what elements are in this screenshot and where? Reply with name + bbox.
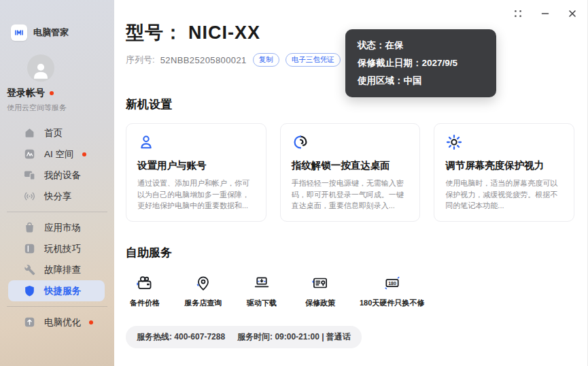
app-name: 电脑管家 <box>33 27 69 39</box>
model-label: 型号： <box>126 22 183 43</box>
sidebar-item-label: AI 空间 <box>44 148 74 161</box>
app-logo: 电脑管家 <box>11 24 114 41</box>
card-title: 设置用户与账号 <box>137 159 255 172</box>
service-hotline-bar: 服务热线: 400-607-7288 服务时间: 09:00-21:00 | 普… <box>126 326 362 348</box>
warranty-policy-icon <box>311 274 329 292</box>
card-fingerprint-unlock[interactable]: 指纹解锁一按直达桌面 手指轻轻一按电源键，无需输入密码，即可开机登录一气呵成。一… <box>280 123 421 222</box>
avatar[interactable] <box>27 54 54 82</box>
section-new-machine-setup: 新机设置 设置用户与账号 通过设置、添加用户和帐户，你可以为自己的电脑增加多一重… <box>126 97 574 222</box>
notification-dot <box>82 152 86 156</box>
copy-button[interactable]: 复制 <box>253 53 279 67</box>
fingerprint-icon <box>292 133 309 151</box>
sidebar-item-label: 首页 <box>44 127 63 139</box>
service-parts-price[interactable]: 备件价格 <box>126 274 164 308</box>
shield-icon <box>23 284 36 297</box>
hotline-value: 400-607-7288 <box>174 332 225 342</box>
close-button[interactable] <box>561 4 584 23</box>
window-controls <box>506 4 584 23</box>
card-title: 指纹解锁一按直达桌面 <box>292 159 409 172</box>
account-login[interactable]: 登录帐号 <box>7 87 114 99</box>
section-self-service: 自助服务 备件价格 <box>126 245 574 308</box>
card-description: 通过设置、添加用户和帐户，你可以为自己的电脑增加多一重保障，更好地保护电脑中的重… <box>137 178 255 212</box>
serial-value: 52NBB25205800021 <box>160 55 247 65</box>
self-service-row: 备件价格 服务店查询 <box>126 274 574 308</box>
service-label: 驱动下载 <box>247 298 277 308</box>
sidebar-item-troubleshoot[interactable]: 故障排查 <box>8 259 105 280</box>
close-icon <box>568 10 576 18</box>
warranty-tooltip: 状态：在保 保修截止日期：2027/9/5 使用区域：中国 <box>345 29 496 97</box>
tooltip-warranty-date-line: 保修截止日期：2027/9/5 <box>358 54 484 72</box>
app-market-icon <box>23 221 36 234</box>
sidebar-item-quick-service[interactable]: 快捷服务 <box>8 280 105 301</box>
card-screen-brightness[interactable]: 调节屏幕亮度保护视力 使用电脑时，适当的屏幕亮度可以保护视力，减缓视觉疲劳。根据… <box>434 123 574 222</box>
hotline-label: 服务热线: <box>137 331 172 343</box>
tooltip-status-line: 状态：在保 <box>358 37 484 54</box>
minimize-button[interactable] <box>534 4 557 23</box>
devices-icon <box>23 169 36 182</box>
ai-space-icon <box>23 148 36 161</box>
sidebar-menu: 首页 AI 空间 我的设备 <box>0 122 114 333</box>
notification-dot <box>50 91 54 95</box>
service-label: 服务店查询 <box>185 298 222 308</box>
tips-icon <box>23 242 36 255</box>
service-180-days-replace[interactable]: 180 180天硬件只换不修 <box>360 274 424 308</box>
sidebar-item-label: 我的设备 <box>44 169 81 182</box>
card-title: 调节屏幕亮度保护视力 <box>445 159 563 172</box>
tooltip-region-line: 使用区域：中国 <box>358 72 484 90</box>
broadcast-icon <box>23 190 36 203</box>
service-warranty-policy[interactable]: 保修政策 <box>301 274 339 308</box>
sidebar-item-label: 应用市场 <box>44 222 81 234</box>
service-label: 保修政策 <box>305 298 335 308</box>
card-description: 手指轻轻一按电源键，无需输入密码，即可开机登录一气呵成。一键直达桌面，重要信息即… <box>292 178 409 212</box>
serial-label: 序列号: <box>126 54 155 66</box>
optimize-icon <box>23 316 36 329</box>
service-store-lookup[interactable]: 服务店查询 <box>184 274 222 308</box>
minimize-icon <box>541 10 549 18</box>
section-title: 自助服务 <box>126 245 574 261</box>
service-label: 备件价格 <box>130 298 160 308</box>
restore-button[interactable] <box>506 4 530 23</box>
sidebar-item-ai-space[interactable]: AI 空间 <box>8 144 105 165</box>
account-subtitle: 使用云空间等服务 <box>7 103 114 113</box>
ewarranty-certificate-button[interactable]: 电子三包凭证 <box>286 53 341 67</box>
model-value: NICI-XX <box>188 22 260 43</box>
sidebar-item-my-devices[interactable]: 我的设备 <box>8 165 105 186</box>
svg-text:180: 180 <box>388 280 396 285</box>
service-label: 180天硬件只换不修 <box>360 298 424 308</box>
sidebar-item-label: 快分享 <box>44 190 72 203</box>
sidebar-item-quick-share[interactable]: 快分享 <box>8 186 105 207</box>
sidebar: 电脑管家 登录帐号 使用云空间等服务 首页 AI <box>0 0 114 366</box>
hours-value: 09:00-21:00 | 普通话 <box>275 331 350 343</box>
brightness-icon <box>445 133 463 151</box>
setup-cards: 设置用户与账号 通过设置、添加用户和帐户，你可以为自己的电脑增加多一重保障，更好… <box>126 123 574 222</box>
app-logo-icon <box>11 24 27 41</box>
sidebar-divider <box>7 306 107 307</box>
card-description: 使用电脑时，适当的屏幕亮度可以保护视力，减缓视觉疲劳。根据不同的笔记本功能... <box>445 178 563 212</box>
wrench-icon <box>23 263 36 276</box>
sidebar-item-label: 玩机技巧 <box>44 243 81 255</box>
sidebar-item-label: 电脑优化 <box>44 316 81 329</box>
sidebar-item-label: 故障排查 <box>44 264 81 276</box>
notification-dot <box>89 320 93 325</box>
sidebar-item-app-market[interactable]: 应用市场 <box>8 217 105 238</box>
account-name: 登录帐号 <box>7 87 45 99</box>
sidebar-item-tips[interactable]: 玩机技巧 <box>8 238 105 259</box>
sidebar-item-home[interactable]: 首页 <box>8 122 105 144</box>
app-window: 电脑管家 登录帐号 使用云空间等服务 首页 AI <box>0 0 588 366</box>
service-driver-download[interactable]: 驱动下载 <box>243 274 281 308</box>
section-title: 新机设置 <box>126 97 574 112</box>
sidebar-divider <box>7 212 107 212</box>
sidebar-item-label: 快捷服务 <box>44 285 81 297</box>
home-icon <box>23 127 36 139</box>
driver-download-icon <box>253 274 271 292</box>
location-icon <box>194 274 212 292</box>
wallet-icon <box>136 274 154 292</box>
180-days-icon: 180 <box>383 274 401 292</box>
hours-label: 服务时间: <box>237 331 273 343</box>
person-icon <box>29 59 52 82</box>
grid-icon <box>514 10 522 18</box>
card-user-account[interactable]: 设置用户与账号 通过设置、添加用户和帐户，你可以为自己的电脑增加多一重保障，更好… <box>126 123 266 222</box>
user-icon <box>137 133 155 151</box>
sidebar-item-pc-optimize[interactable]: 电脑优化 <box>8 312 105 333</box>
